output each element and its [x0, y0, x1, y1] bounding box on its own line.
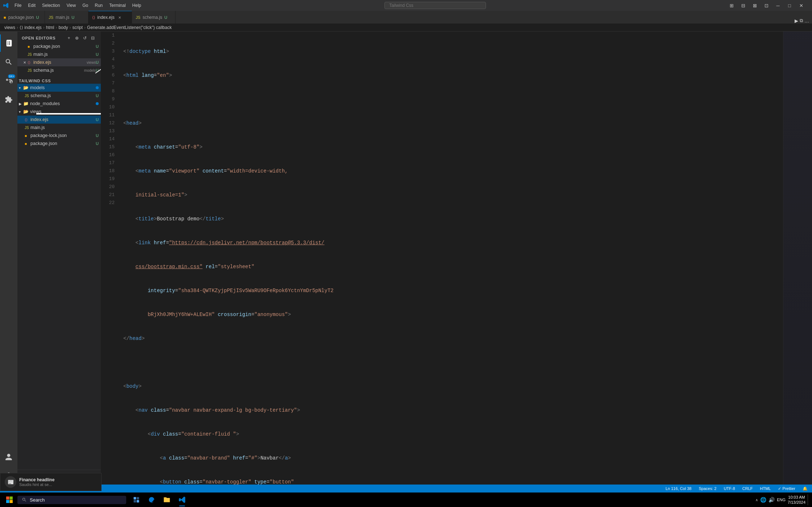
breadcrumb-callback[interactable]: Generate.addEventListener("click") callb…: [87, 25, 172, 30]
language-mode[interactable]: HTML: [759, 486, 772, 491]
new-file-icon[interactable]: +: [65, 34, 73, 42]
file-main-js[interactable]: JS main.js: [17, 124, 101, 132]
menu-selection[interactable]: Selection: [39, 2, 63, 9]
tray-sound-icon[interactable]: 🔊: [768, 497, 775, 503]
svg-rect-9: [137, 500, 139, 503]
tray-eng-label[interactable]: ENG: [777, 498, 786, 502]
taskbar-clock[interactable]: 10:03 AM 7/13/2024: [788, 495, 805, 505]
tab-close-button[interactable]: ✕: [117, 14, 123, 20]
activity-account[interactable]: [0, 448, 17, 466]
svg-line-1: [95, 58, 101, 73]
tray-up-arrow[interactable]: ∧: [755, 498, 758, 502]
line-numbers: 12345 678910 1112131415 1617181920 2122: [101, 32, 119, 485]
js-file-icon: JS: [25, 94, 30, 98]
taskbar: Search ∧ 🌐 🔊 ENG 10:03 AM 7/13/2024: [0, 493, 812, 507]
toggle-secondary-sidebar-icon[interactable]: ⊠: [750, 0, 760, 11]
json-file-icon: ■: [25, 142, 30, 146]
notifications-bell[interactable]: 🔔: [801, 486, 809, 491]
tab-badge: U: [36, 15, 39, 20]
new-folder-icon[interactable]: ⊕: [73, 34, 81, 42]
toggle-panel-icon[interactable]: ⊟: [738, 0, 748, 11]
js-file-icon: JS: [28, 68, 33, 72]
open-file-index-ejs[interactable]: ✕ ⟨⟩ index.ejs views U: [17, 58, 101, 66]
breadcrumb-html[interactable]: html: [46, 25, 54, 30]
file-index-ejs[interactable]: ⟨⟩ index.ejs U: [17, 116, 101, 124]
overlay-highlight-box: [36, 113, 101, 115]
activity-search[interactable]: [0, 53, 17, 71]
file-package-lock-json[interactable]: ■ package-lock.json U: [17, 132, 101, 140]
customize-layout-icon[interactable]: ⊡: [761, 0, 771, 11]
show-desktop-button[interactable]: [808, 494, 809, 505]
collapse-all-icon[interactable]: ⊟: [89, 34, 96, 42]
tab-main-js[interactable]: JS main.js U: [45, 11, 88, 24]
window-minimize-button[interactable]: ─: [773, 0, 783, 11]
tab-package-json[interactable]: ■ package.json U: [0, 11, 45, 24]
breadcrumb-body[interactable]: body: [58, 25, 68, 30]
breadcrumb-script[interactable]: script: [72, 25, 83, 30]
menu-run[interactable]: Run: [92, 2, 106, 9]
file-package-json[interactable]: ■ package.json U: [17, 140, 101, 147]
svg-rect-3: [10, 496, 13, 500]
vscode-taskbar-icon: [178, 496, 186, 503]
notification-toast[interactable]: 📰 Finance headline Saudis hint at se...: [0, 473, 102, 491]
tab-label: package.json: [8, 15, 34, 20]
taskbar-app-edge[interactable]: [144, 493, 159, 507]
indentation[interactable]: Spaces: 2: [697, 486, 718, 491]
taskbar-time-value: 10:03 AM: [788, 495, 805, 500]
close-file-icon[interactable]: ✕: [22, 61, 28, 65]
taskbar-app-explorer[interactable]: [160, 493, 174, 507]
run-button[interactable]: ▶: [795, 18, 798, 24]
breadcrumb: views › ⟨⟩ index.ejs › html › body › scr…: [0, 24, 812, 32]
ejs-icon: ⟨⟩: [92, 15, 95, 20]
folder-node-modules[interactable]: ▶ 📁 node_modules: [17, 100, 101, 108]
more-actions-icon[interactable]: …: [804, 18, 809, 24]
activity-bar: 1K+: [0, 32, 17, 485]
open-editors-icons: + ⊕ ↺ ⊟: [65, 34, 96, 42]
menu-help[interactable]: Help: [129, 2, 144, 9]
open-file-schema-js[interactable]: JS schema.js models U: [17, 66, 101, 74]
chevron-down-icon: ▾: [19, 86, 23, 90]
overlay-arrow: [94, 55, 101, 77]
bell-icon: 🔔: [803, 486, 808, 491]
svg-rect-6: [134, 497, 136, 500]
split-editor-icon[interactable]: ⧉: [800, 18, 803, 24]
minimap: [783, 32, 812, 485]
file-schema-js[interactable]: JS schema.js U: [17, 92, 101, 100]
source-control-badge: 1K+: [8, 74, 15, 78]
refresh-icon[interactable]: ↺: [81, 34, 88, 42]
open-file-main-js[interactable]: JS main.js U: [17, 50, 101, 58]
open-file-package-json[interactable]: ■ package.json U: [17, 42, 101, 50]
activity-explorer[interactable]: [0, 34, 17, 52]
menu-go[interactable]: Go: [79, 2, 91, 9]
line-ending[interactable]: CRLF: [741, 486, 754, 491]
menu-edit[interactable]: Edit: [25, 2, 38, 9]
tab-schema-js[interactable]: JS schema.js U: [132, 11, 176, 24]
activity-source-control[interactable]: 1K+: [0, 72, 17, 90]
toggle-primary-sidebar-icon[interactable]: ⊞: [726, 0, 737, 11]
taskbar-search-box[interactable]: Search: [17, 496, 126, 504]
cursor-position[interactable]: Ln 116, Col 38: [664, 486, 693, 491]
start-button[interactable]: [3, 493, 16, 506]
notification-content: Finance headline Saudis hint at se...: [19, 477, 54, 487]
modified-badge: U: [96, 141, 99, 146]
window-maximize-button[interactable]: □: [784, 0, 795, 11]
activity-extensions[interactable]: [0, 91, 17, 108]
tab-label: main.js: [55, 15, 69, 20]
formatter[interactable]: ✓ Prettier: [776, 486, 797, 491]
svg-rect-7: [137, 497, 139, 500]
menu-view[interactable]: View: [63, 2, 79, 9]
menu-file[interactable]: File: [12, 2, 24, 9]
code-lines[interactable]: <!doctype html> <html lang="en"> <head> …: [119, 32, 783, 485]
tray-network-icon[interactable]: 🌐: [760, 497, 766, 503]
breadcrumb-views[interactable]: views: [4, 25, 15, 30]
taskbar-app-vscode[interactable]: [175, 493, 189, 507]
title-search-input[interactable]: [384, 2, 486, 9]
code-editor[interactable]: 12345 678910 1112131415 1617181920 2122 …: [101, 32, 812, 485]
menu-terminal[interactable]: Terminal: [106, 2, 128, 9]
window-close-button[interactable]: ✕: [796, 0, 806, 11]
breadcrumb-file[interactable]: ⟨⟩ index.ejs: [20, 25, 42, 30]
file-encoding[interactable]: UTF-8: [722, 486, 737, 491]
folder-models[interactable]: ▾ 📂 models: [17, 84, 101, 92]
taskbar-app-widgets[interactable]: [129, 493, 144, 507]
tab-index-ejs[interactable]: ⟨⟩ index.ejs ✕: [88, 11, 132, 24]
